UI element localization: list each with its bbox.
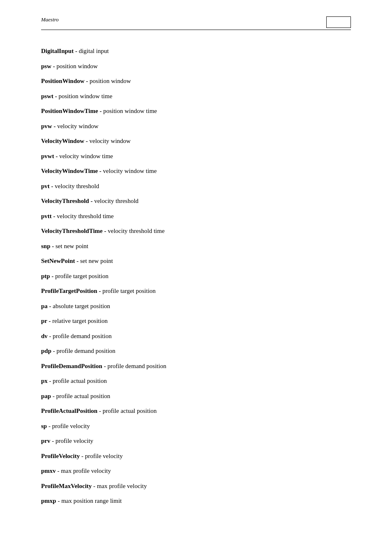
list-item: psw - position window <box>41 62 351 71</box>
entry-key: pdp <box>41 348 51 354</box>
list-item: ProfileDemandPosition - profile demand p… <box>41 362 351 371</box>
entry-value: velocity window time <box>103 168 157 174</box>
entry-separator: - <box>84 138 90 144</box>
list-item: pvtt - velocity threshold time <box>41 212 351 221</box>
list-item: pvw - velocity window <box>41 122 351 131</box>
entry-key: VelocityWindowTime <box>41 168 98 174</box>
entry-key: pmxp <box>41 497 56 504</box>
entry-value: velocity threshold <box>94 198 138 204</box>
list-item: pdp - profile demand position <box>41 346 351 356</box>
entry-separator: - <box>51 63 57 69</box>
entry-key: pvt <box>41 183 50 189</box>
entry-key: psw <box>41 63 51 69</box>
entry-separator: - <box>50 183 55 189</box>
content-area: DigitalInput - digital inputpsw - positi… <box>41 46 351 506</box>
entry-rest: - profile demand position <box>102 363 166 369</box>
entry-key: px <box>41 378 48 384</box>
entry-key: pa <box>41 303 48 309</box>
list-item: VelocityWindow - velocity window <box>41 136 351 146</box>
list-item: VelocityWindowTime - velocity window tim… <box>41 166 351 176</box>
list-item: PositionWindow - position window <box>41 76 351 86</box>
entry-key: DigitalInput <box>41 48 74 54</box>
entry-separator: - <box>89 198 95 204</box>
list-item: DigitalInput - digital input <box>41 46 351 56</box>
entry-separator: - <box>48 303 53 309</box>
entry-key: sp <box>41 423 47 429</box>
entry-separator: - <box>47 318 53 324</box>
entry-separator: - <box>97 288 103 294</box>
entry-key: ProfileActualPosition <box>41 408 97 414</box>
entry-rest: - profile demand position <box>48 333 112 339</box>
entry-value: digital input <box>79 48 109 54</box>
list-item: pvwt - velocity window time <box>41 152 351 161</box>
entry-value: position window time <box>103 108 157 114</box>
entry-rest: - max position range limit <box>56 497 122 504</box>
entry-key: prv <box>41 438 51 444</box>
entry-value: absolute target position <box>53 303 110 309</box>
entry-separator: - <box>52 123 58 129</box>
list-item: pr - relative target position <box>41 316 351 326</box>
header-title: Maestro <box>41 16 59 23</box>
list-item: ProfileMaxVelocity - max profile velocit… <box>41 481 351 491</box>
list-item: snp - set new point <box>41 242 351 251</box>
entry-rest: - profile actual position <box>51 393 110 399</box>
entry-value: set new point <box>55 243 88 249</box>
list-item: ptp - profile target position <box>41 272 351 281</box>
list-item: pa - absolute target position <box>41 302 351 311</box>
list-item: pap - profile actual position <box>41 391 351 401</box>
entry-value: velocity threshold <box>55 183 99 189</box>
entry-separator: - <box>50 273 55 279</box>
entry-value: velocity threshold time <box>57 213 113 219</box>
entry-rest: - profile velocity <box>80 453 123 459</box>
entry-rest: - max profile velocity <box>92 483 147 489</box>
entry-key: VelocityWindow <box>41 138 84 144</box>
list-item: pvt - velocity threshold <box>41 182 351 191</box>
entry-key: ProfileVelocity <box>41 453 80 459</box>
entry-key: ProfileDemandPosition <box>41 363 102 369</box>
entry-value: position window <box>90 78 131 84</box>
entry-separator: - <box>54 153 60 159</box>
entry-key: pap <box>41 393 51 399</box>
entry-rest: - profile velocity <box>47 423 90 429</box>
entry-key: ptp <box>41 273 50 279</box>
entry-key: PositionWindowTime <box>41 108 98 114</box>
entry-rest: - profile actual position <box>48 378 107 384</box>
entry-value: profile target position <box>55 273 108 279</box>
entry-key: VelocityThresholdTime <box>41 228 103 234</box>
entry-separator: - <box>52 213 57 219</box>
entry-key: pvwt <box>41 153 54 159</box>
list-item: prv - profile velocity <box>41 436 351 446</box>
list-item: pmxv - max profile velocity <box>41 466 351 476</box>
entry-rest: - profile demand position <box>51 348 115 354</box>
entry-separator: - <box>51 243 56 249</box>
entry-value: position window time <box>59 93 113 99</box>
entry-key: SetNewPoint <box>41 258 75 264</box>
list-item: sp - profile velocity <box>41 421 351 431</box>
list-item: pswt - position window time <box>41 92 351 101</box>
entry-separator: - <box>75 258 81 264</box>
entry-separator: - <box>85 78 90 84</box>
entry-separator: - <box>98 168 103 174</box>
list-item: PositionWindowTime - position window tim… <box>41 106 351 116</box>
entry-value: velocity window time <box>59 153 113 159</box>
page-container: Maestro DigitalInput - digital inputpsw … <box>0 0 392 555</box>
entry-rest: - max profile velocity <box>56 467 111 474</box>
entry-separator: - <box>98 108 104 114</box>
entry-key: dv <box>41 333 48 339</box>
entry-value: velocity window <box>90 138 131 144</box>
entry-key: pvw <box>41 123 52 129</box>
entry-key: pmxv <box>41 467 56 474</box>
entry-key: pvtt <box>41 213 52 219</box>
list-item: dv - profile demand position <box>41 332 351 341</box>
list-item: VelocityThresholdTime - velocity thresho… <box>41 226 351 236</box>
entry-value: position window <box>57 63 98 69</box>
entry-key: pr <box>41 318 47 324</box>
list-item: px - profile actual position <box>41 376 351 386</box>
entry-key: VelocityThreshold <box>41 198 89 204</box>
entry-value: profile target position <box>102 288 156 294</box>
list-item: ProfileVelocity - profile velocity <box>41 451 351 461</box>
entry-rest: - profile actual position <box>97 408 157 414</box>
entry-value: velocity threshold time <box>108 228 164 234</box>
header-box <box>326 16 351 28</box>
list-item: pmxp - max position range limit <box>41 496 351 506</box>
